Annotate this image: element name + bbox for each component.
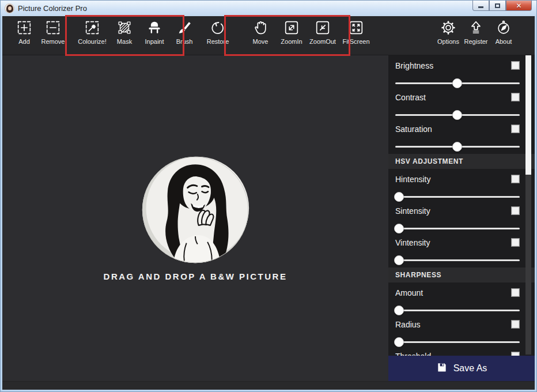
toolbar-button-fitscreen[interactable]: FitScreen	[340, 18, 372, 53]
hintensity-slider[interactable]	[395, 192, 520, 202]
hintensity-checkbox[interactable]	[511, 175, 520, 183]
slider-label: Brightness	[395, 61, 520, 70]
brightness-slider[interactable]	[395, 78, 520, 88]
sintensity-slider[interactable]	[395, 224, 520, 233]
vintensity-checkbox[interactable]	[511, 238, 520, 247]
app-window: Picture Colorizer Pro ✕ Add	[0, 0, 537, 392]
toolbar-button-move[interactable]: Move	[247, 18, 274, 53]
slider-label: Radius	[395, 320, 520, 329]
contrast-checkbox[interactable]	[511, 93, 520, 101]
slider-row-vintensity: Vintensity	[388, 233, 535, 265]
slider-track	[395, 196, 520, 198]
section-header-hsv: HSV ADJUSTMENT	[388, 154, 535, 169]
slider-track	[395, 341, 520, 343]
toolbar-button-register[interactable]: Register	[462, 18, 490, 53]
toolbar-label: Options	[437, 38, 459, 45]
toolbar-label: Inpaint	[145, 38, 164, 45]
status-bar	[2, 381, 535, 390]
adjustments-panel: Brightness Contrast	[388, 55, 535, 381]
toolbar-button-options[interactable]: Options	[434, 18, 462, 53]
amount-checkbox[interactable]	[511, 288, 520, 297]
slider-thumb[interactable]	[452, 78, 462, 88]
slider-thumb[interactable]	[394, 337, 404, 347]
minimize-button[interactable]	[472, 1, 489, 11]
amount-slider[interactable]	[395, 306, 520, 315]
slider-row-amount: Amount	[388, 284, 535, 315]
slider-label: Threshold	[395, 352, 520, 356]
radius-slider[interactable]	[395, 337, 520, 347]
slider-thumb[interactable]	[394, 192, 404, 202]
slider-track	[395, 259, 520, 261]
slider-label: Amount	[395, 288, 520, 297]
image-canvas-dropzone[interactable]: DRAG AND DROP A B&W PICTURE	[2, 55, 388, 381]
slider-track	[395, 228, 520, 229]
window-controls: ✕	[472, 1, 532, 11]
app-logo-icon	[5, 3, 14, 13]
saturation-checkbox[interactable]	[511, 125, 520, 133]
mask-icon	[115, 18, 134, 37]
toolbar-button-brush[interactable]: Brush	[171, 18, 198, 53]
adjustments-scroll-area: Brightness Contrast	[388, 55, 535, 356]
threshold-checkbox[interactable]	[511, 352, 520, 356]
zoom-in-icon	[282, 18, 301, 37]
save-as-button[interactable]: Save As	[388, 356, 535, 381]
toolbar-label: FitScreen	[342, 38, 369, 45]
brightness-checkbox[interactable]	[511, 61, 520, 70]
toolbar: Add Remove Colourize!	[2, 16, 535, 55]
toolbar-button-zoomin[interactable]: ZoomIn	[278, 18, 305, 53]
slider-thumb[interactable]	[394, 255, 404, 265]
radius-checkbox[interactable]	[511, 320, 520, 329]
slider-row-saturation: Saturation	[388, 120, 535, 152]
brush-icon	[175, 18, 194, 37]
toolbar-label: Remove	[41, 38, 65, 45]
close-button[interactable]: ✕	[506, 1, 532, 11]
toolbar-label: About	[496, 38, 512, 45]
section-header-sharpness: SHARPNESS	[388, 267, 535, 282]
slider-thumb[interactable]	[452, 142, 462, 152]
toolbar-button-inpaint[interactable]: Inpaint	[141, 18, 168, 53]
slider-row-contrast: Contrast	[388, 88, 535, 120]
toolbar-button-restore[interactable]: Restore	[202, 18, 234, 53]
toolbar-button-about[interactable]: About	[490, 18, 517, 53]
add-icon	[15, 18, 33, 37]
slider-track	[395, 310, 520, 311]
slider-row-radius: Radius	[388, 315, 535, 347]
toolbar-label: Move	[253, 38, 268, 45]
contrast-slider[interactable]	[395, 110, 520, 120]
slider-row-brightness: Brightness	[388, 56, 535, 88]
toolbar-label: ZoomOut	[309, 38, 336, 45]
slider-row-threshold: Threshold	[388, 347, 535, 356]
toolbar-label: ZoomIn	[281, 38, 302, 45]
slider-label: Vintensity	[395, 238, 520, 247]
about-icon	[494, 18, 513, 37]
move-icon	[251, 18, 270, 37]
close-icon: ✕	[516, 2, 521, 9]
toolbar-button-add[interactable]: Add	[10, 18, 38, 53]
save-icon	[436, 361, 448, 375]
slider-thumb[interactable]	[394, 306, 404, 315]
remove-icon	[44, 18, 62, 37]
restore-icon	[209, 18, 227, 37]
slider-label: Hintensity	[395, 175, 520, 184]
vintensity-slider[interactable]	[395, 255, 520, 265]
slider-label: Contrast	[395, 93, 520, 102]
minimize-icon	[478, 6, 483, 8]
maximize-button[interactable]	[489, 1, 506, 11]
toolbar-button-mask[interactable]: Mask	[111, 18, 138, 53]
placeholder-portrait-image	[140, 154, 251, 265]
saturation-slider[interactable]	[395, 142, 520, 152]
toolbar-button-remove[interactable]: Remove	[39, 18, 67, 53]
slider-label: Saturation	[395, 125, 520, 134]
colourize-icon	[83, 18, 101, 37]
panel-scrollbar-thumb[interactable]	[525, 55, 531, 175]
sintensity-checkbox[interactable]	[511, 206, 520, 215]
slider-thumb[interactable]	[394, 224, 404, 233]
toolbar-button-zoomout[interactable]: ZoomOut	[309, 18, 336, 53]
toolbar-button-colourize[interactable]: Colourize!	[76, 18, 108, 53]
slider-thumb[interactable]	[452, 110, 462, 120]
fit-screen-icon	[347, 18, 365, 37]
slider-row-sintensity: Sintensity	[388, 202, 535, 233]
toolbar-right-group: Options Register	[434, 18, 517, 53]
panel-scrollbar[interactable]	[525, 55, 531, 355]
toolbar-label: Add	[18, 38, 30, 45]
